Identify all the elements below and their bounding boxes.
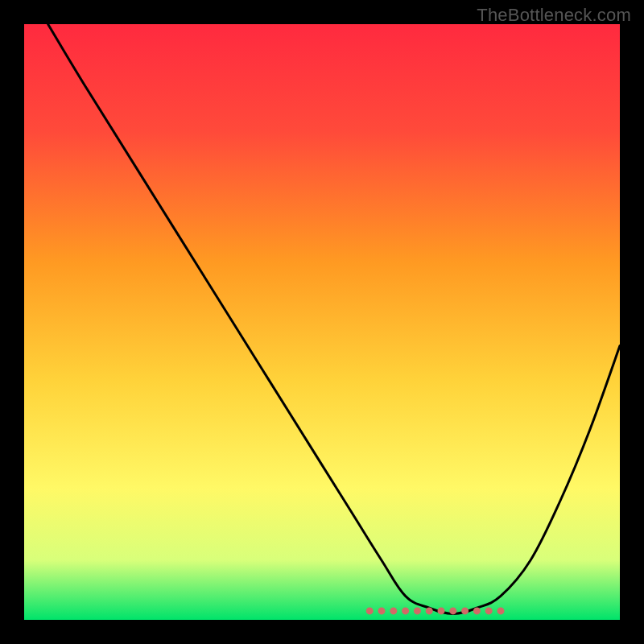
optimal-dot <box>426 607 433 614</box>
optimal-dot <box>461 607 469 614</box>
optimal-dot <box>402 607 409 614</box>
plot-area <box>24 24 620 620</box>
chart-container: TheBottleneck.com <box>0 0 644 644</box>
optimal-dot <box>497 607 505 614</box>
optimal-dot <box>390 607 397 614</box>
optimal-dot <box>438 607 445 614</box>
optimal-dot <box>485 607 493 614</box>
optimal-dot <box>473 607 481 614</box>
optimal-dot <box>449 607 456 614</box>
watermark-text: TheBottleneck.com <box>477 5 631 26</box>
bottleneck-curve <box>24 24 620 620</box>
optimal-dot <box>414 607 421 614</box>
optimal-dot <box>378 607 386 614</box>
optimal-dot <box>366 607 374 614</box>
